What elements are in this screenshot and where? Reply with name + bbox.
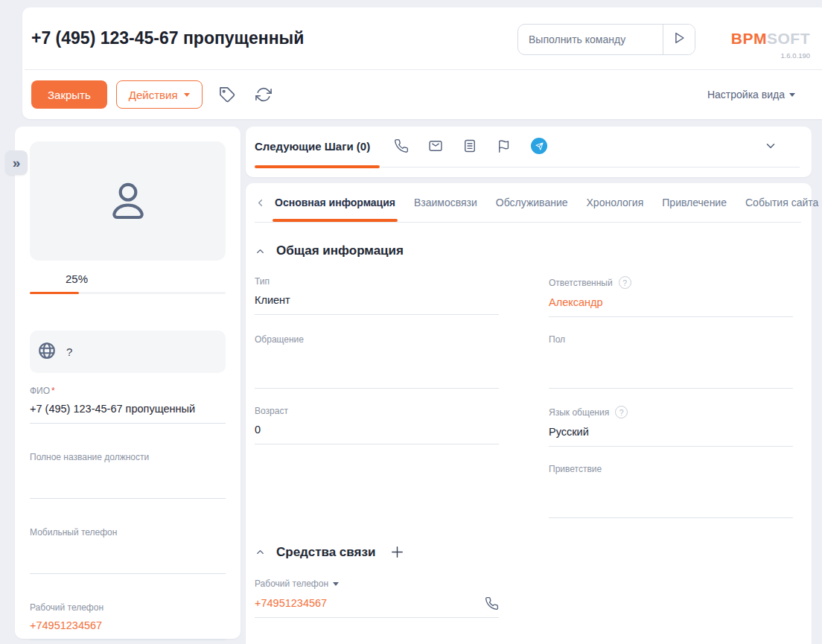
gender-field: Пол [549,334,793,389]
section-title: Средства связи [276,545,375,560]
owner-value[interactable]: Александр [549,296,793,317]
next-steps-panel: Следующие Шаги (0) [246,127,812,177]
tabs-scroll-left-button[interactable] [255,197,266,208]
note-icon [462,138,477,153]
version-label: 1.6.0.190 [731,51,810,60]
salutation-value[interactable] [255,352,499,389]
job-title-value[interactable] [30,469,226,499]
section-title: Общая информация [276,243,404,258]
language-label: Язык общения ? [549,406,793,418]
job-title-label: Полное название должности [30,452,226,462]
profile-completeness-label: 25% [66,272,226,285]
gender-value[interactable] [549,352,793,389]
chevron-right-icon [818,197,822,208]
refresh-button[interactable] [255,86,272,103]
expand-left-panel-button[interactable]: » [5,150,28,175]
task-button[interactable] [462,138,477,153]
double-chevron-right-icon: » [13,155,21,171]
work-phone-label: Рабочий телефон [255,578,499,589]
bpmsoft-logo: BPMSOFT [731,30,810,48]
page-title: +7 (495) 123-45-67 пропущенный [31,7,304,69]
command-input[interactable] [518,25,663,54]
tab-service[interactable]: Обслуживание [496,183,568,222]
fio-field: ФИО* +7 (495) 123-45-67 пропущенный [30,386,226,424]
next-steps-title: Следующие Шаги (0) [255,140,370,153]
greeting-field: Приветствие [549,464,793,518]
add-communication-button[interactable] [389,543,406,561]
greeting-label: Приветствие [549,464,793,474]
toolbar: Закрыть Действия Настройка вида [31,80,819,109]
type-field: Тип Клиент [255,276,499,317]
owner-field: Ответственный ? Александр [549,276,793,317]
phone-icon [394,138,409,153]
fio-value[interactable]: +7 (495) 123-45-67 пропущенный [30,403,226,424]
collapse-next-steps-button[interactable] [764,139,777,153]
social-links-button[interactable]: ? [30,331,226,373]
close-button[interactable]: Закрыть [31,80,107,109]
contact-details-panel: Основная информация Взаимосвязи Обслужив… [246,183,812,644]
chevron-left-icon [255,197,266,208]
avatar[interactable] [30,141,226,261]
person-icon [105,176,151,226]
help-icon[interactable]: ? [619,276,631,289]
header-card: +7 (495) 123-45-67 пропущенный BPMSOFT 1… [22,7,822,119]
work-phone-field: Рабочий телефон +74951234567 [255,578,499,618]
age-value[interactable]: 0 [255,424,499,444]
chevron-down-icon [764,139,777,153]
mobile-phone-field: Мобильный телефон [30,527,226,574]
caret-down-icon [789,93,795,97]
tab-main-info[interactable]: Основная информация [275,183,395,222]
next-steps-underline [381,167,800,168]
mobile-phone-label: Мобильный телефон [30,527,226,538]
mail-icon [428,138,443,153]
communications-section: Средства связи Рабочий телефон +74951234… [255,543,793,618]
caret-down-icon [184,93,190,97]
next-steps-accent-bar [255,165,380,168]
tag-icon [219,86,236,103]
work-phone-field: Рабочий телефон +74951234567 [30,602,226,640]
greeting-value[interactable] [549,482,793,518]
call-button[interactable] [394,138,409,153]
profile-completeness-bar [30,292,226,294]
command-line [517,24,695,55]
job-title-field: Полное название должности [30,452,226,499]
tabs-scroll-right-button[interactable] [818,197,822,208]
plus-icon [389,543,406,561]
tab-relationships[interactable]: Взаимосвязи [414,183,477,222]
language-value[interactable]: Русский [549,426,793,447]
profile-completeness-fill [30,292,79,294]
work-phone-label: Рабочий телефон [30,602,226,613]
tab-site-events[interactable]: События сайта [745,183,818,222]
call-button[interactable] [485,596,499,610]
required-mark: * [51,386,55,396]
telegram-button[interactable] [531,138,547,154]
tag-button[interactable] [219,86,236,103]
email-button[interactable] [428,138,443,153]
caret-down-icon[interactable] [333,582,339,586]
work-phone-value[interactable]: +74951234567 [255,596,499,618]
chevron-up-icon [255,246,266,257]
gender-label: Пол [549,334,793,345]
language-field: Язык общения ? Русский [549,406,793,447]
brand-block: BPMSOFT 1.6.0.190 [731,30,810,60]
next-steps-actions [394,138,547,154]
type-value[interactable]: Клиент [255,294,499,315]
tabs-bar: Основная информация Взаимосвязи Обслужив… [255,183,801,223]
view-settings-button[interactable]: Настройка вида [707,89,795,101]
salutation-field: Обращение [255,334,499,389]
collapse-section-button[interactable] [255,246,266,257]
run-command-button[interactable] [663,25,695,54]
owner-label: Ответственный ? [549,276,793,289]
actions-button[interactable]: Действия [116,80,203,109]
work-phone-value[interactable]: +74951234567 [30,619,226,640]
tab-history[interactable]: Хронология [587,183,644,222]
tab-acquisition[interactable]: Привлечение [662,183,727,222]
milestone-button[interactable] [497,138,512,153]
help-icon[interactable]: ? [615,406,628,418]
mobile-phone-value[interactable] [30,544,226,574]
collapse-section-button[interactable] [255,546,266,558]
chevron-up-icon [255,546,266,558]
general-info-section: Общая информация Тип Клиент Ответственны… [255,243,793,518]
play-icon [671,30,687,49]
tabs: Основная информация Взаимосвязи Обслужив… [275,183,818,222]
